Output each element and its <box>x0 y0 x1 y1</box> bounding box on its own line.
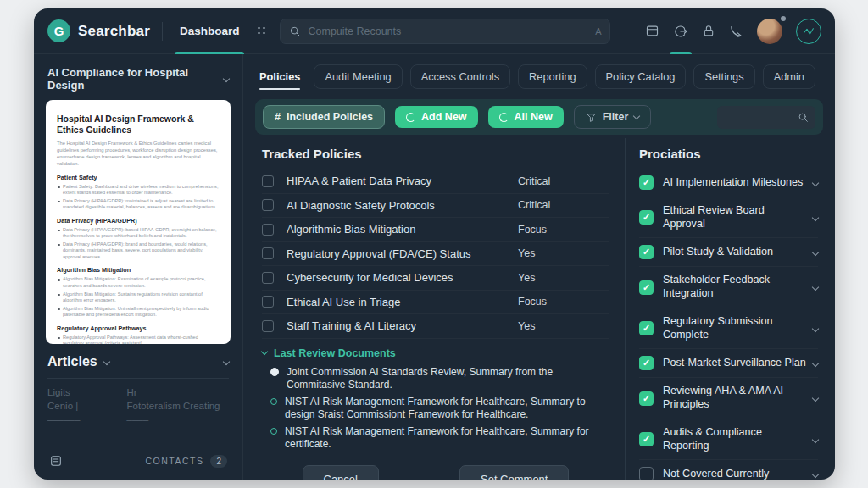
policy-row[interactable]: Ethical AI Use in Triage Focus <box>262 290 609 314</box>
main-tab[interactable]: Admin <box>763 64 815 89</box>
policy-row[interactable]: Staff Training & AI Literacy Yes <box>262 313 609 338</box>
milestone-item[interactable]: Ethical Review Board Approval <box>639 197 818 238</box>
policy-row[interactable]: AI Diagnostic Safety Protocols Critical <box>262 193 609 218</box>
milestone-item[interactable]: Regulatory Submission Complete <box>639 308 818 349</box>
article-entry[interactable]: Ligits Cenio | ______ <box>47 387 105 421</box>
policy-row[interactable]: HIPAA & Patient Data Privacy Critical <box>262 169 609 193</box>
policy-status: Focus <box>518 296 609 308</box>
chevron-down-icon[interactable] <box>812 360 819 367</box>
milestone-checkbox[interactable] <box>639 432 654 446</box>
milestone-checkbox[interactable] <box>639 175 654 190</box>
nav-tab-dashboard[interactable]: Dashboard <box>175 8 245 54</box>
notes-icon[interactable] <box>49 454 63 468</box>
milestone-checkbox[interactable] <box>639 245 654 259</box>
main-tab[interactable]: Policies <box>257 64 303 89</box>
review-document-item[interactable]: Joint Commission AI Standards Review, Su… <box>270 366 609 392</box>
milestone-item[interactable]: Reviewing AHA & AMA AI Principles <box>639 378 818 419</box>
main-tab[interactable]: Audit Meeting <box>314 64 402 89</box>
main-tab[interactable]: Settings <box>693 64 754 89</box>
add-new-button[interactable]: Add New <box>395 106 477 128</box>
sidebar-project-selector[interactable]: AI Compliance for Hospital Design <box>46 64 231 100</box>
review-document-item[interactable]: NIST AI Risk Management Framework for He… <box>270 425 609 452</box>
search-icon <box>289 25 301 37</box>
milestone-checkbox[interactable] <box>639 467 654 480</box>
policy-checkbox[interactable] <box>262 224 274 236</box>
chevron-down-icon[interactable] <box>812 324 819 331</box>
article-top-label: Ligits <box>47 387 105 397</box>
chevron-down-icon[interactable] <box>223 358 230 365</box>
funnel-icon <box>586 112 597 123</box>
document-bullets: Regulatory Approval Pathways: Assessment… <box>57 335 220 344</box>
lock-button[interactable] <box>702 8 715 54</box>
document-bullet: Data Privacy (HIPAA/GDPR): maintained is… <box>57 198 220 211</box>
filter-button[interactable]: Filter <box>574 105 652 129</box>
bullet-icon <box>270 368 279 376</box>
articles-header[interactable]: Articles <box>47 354 229 369</box>
pulse-badge[interactable] <box>796 19 821 44</box>
chevron-down-icon[interactable] <box>812 395 819 402</box>
policy-label: Regulatory Approval (FDA/CE) Status <box>274 247 518 260</box>
document-heading: Data Privacy (HIPAA/GDPR) <box>57 217 220 225</box>
review-document-item[interactable]: NIST AI Risk Management Framework for He… <box>270 396 609 422</box>
last-review-header[interactable]: Last Review Documents <box>262 347 609 359</box>
milestone-checkbox[interactable] <box>639 321 654 336</box>
prociatios-list: AI Implementation Milestones Ethical Rev… <box>639 169 818 480</box>
call-button[interactable] <box>729 8 743 54</box>
avatar[interactable] <box>757 19 782 44</box>
main-tab[interactable]: Access Controls <box>410 64 510 89</box>
review-document-text: NIST AI Risk Management Framework for He… <box>285 425 609 452</box>
milestone-item[interactable]: AI Implementation Milestones <box>639 169 818 197</box>
milestone-item[interactable]: Post-Market Surveillance Plan <box>639 349 818 378</box>
included-policies-button[interactable]: # Included Policies <box>263 105 385 129</box>
cancel-button[interactable]: Cancel <box>303 465 379 480</box>
contacts-toggle[interactable]: CONTACTS 2 <box>145 455 227 468</box>
logo-icon: G <box>47 19 70 42</box>
article-top-label: Hr <box>127 387 229 397</box>
session-button[interactable] <box>673 8 688 54</box>
milestone-item[interactable]: Pilot Study & Validation <box>639 238 818 267</box>
chevron-down-icon[interactable] <box>812 179 819 186</box>
calendar-button[interactable] <box>645 8 659 54</box>
document-preview[interactable]: Hospital AI Design Framework & Ethics Gu… <box>46 100 231 344</box>
articles-title: Articles <box>47 354 97 369</box>
milestone-checkbox[interactable] <box>639 356 654 370</box>
article-entry[interactable]: Hr Fototeralism Creating ____ <box>127 387 229 421</box>
chevron-down-icon[interactable] <box>812 284 819 291</box>
main-tab[interactable]: Reporting <box>518 64 587 89</box>
policy-row[interactable]: Cybersecurity for Medical Devices Yes <box>262 265 609 290</box>
global-search[interactable]: A <box>280 19 610 44</box>
chevron-down-icon <box>103 358 109 365</box>
chevron-down-icon[interactable] <box>812 214 819 220</box>
tracked-policies-panel: Tracked Policies HIPAA & Patient Data Pr… <box>243 138 625 480</box>
lock-icon <box>702 24 715 38</box>
chevron-down-icon[interactable] <box>812 435 819 442</box>
milestone-label: Ethical Review Board Approval <box>663 204 808 230</box>
milestone-item[interactable]: Audits & Compliance Reporting <box>639 419 818 460</box>
main-tab[interactable]: Policy Catalog <box>595 64 687 89</box>
milestone-item[interactable]: Stakeholder Feedback Integration <box>639 267 818 308</box>
grid-dots-icon[interactable] <box>258 27 266 36</box>
global-search-input[interactable] <box>308 25 588 37</box>
milestone-checkbox[interactable] <box>639 210 654 225</box>
policy-row[interactable]: Regulatory Approval (FDA/CE) Status Yes <box>262 241 609 266</box>
policy-checkbox[interactable] <box>262 247 274 259</box>
document-bullets: Patient Safety: Dashboard and drive wire… <box>57 184 220 211</box>
milestone-checkbox[interactable] <box>639 280 654 295</box>
policy-checkbox[interactable] <box>262 175 274 187</box>
chevron-down-icon[interactable] <box>812 249 819 256</box>
sidebar-title-label: AI Compliance for Hospital Design <box>47 66 217 92</box>
milestone-checkbox[interactable] <box>639 391 654 406</box>
chevron-down-icon[interactable] <box>812 471 819 478</box>
policy-checkbox[interactable] <box>262 296 274 308</box>
policy-checkbox[interactable] <box>262 320 274 332</box>
milestone-item[interactable]: Not Covered Currently <box>639 460 818 480</box>
app-body: AI Compliance for Hospital Design Hospit… <box>34 54 835 480</box>
header-divider <box>162 22 163 41</box>
all-new-button[interactable]: All New <box>488 106 564 128</box>
policies-search[interactable] <box>717 106 815 129</box>
policy-checkbox[interactable] <box>262 272 274 284</box>
set-comment-button[interactable]: Set Comment <box>459 465 569 480</box>
main-tabs: Policies Audit Meeting Access Controls R… <box>243 54 835 89</box>
policy-checkbox[interactable] <box>262 199 274 211</box>
policy-row[interactable]: Algorithmic Bias Mitigation Focus <box>262 217 609 241</box>
